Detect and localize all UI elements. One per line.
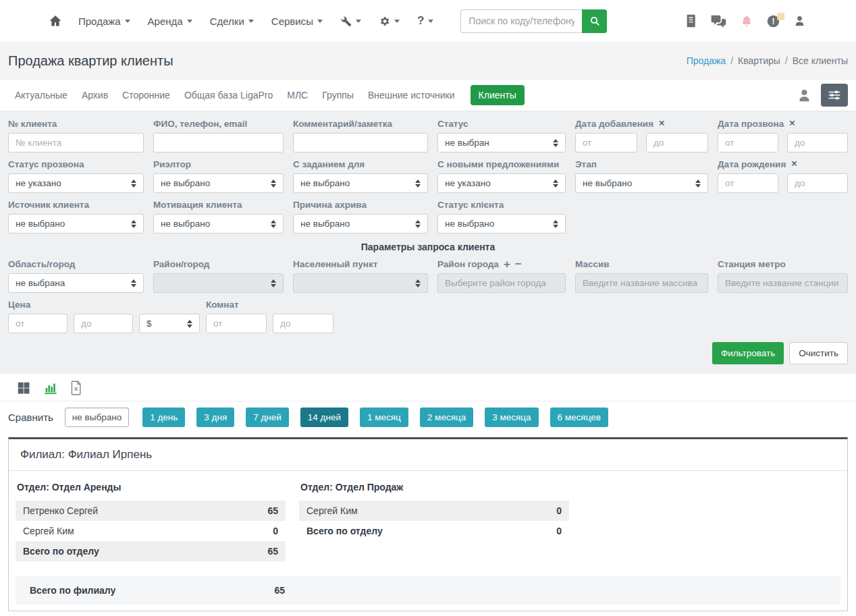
status-select[interactable]: не выбран bbox=[437, 133, 566, 152]
select-arrows-icon bbox=[271, 179, 276, 188]
price-from-input[interactable] bbox=[8, 314, 68, 333]
nav-item-services[interactable]: Сервисы bbox=[271, 16, 323, 27]
date-added-from-input[interactable] bbox=[575, 133, 637, 152]
birth-date-from-input[interactable] bbox=[718, 173, 778, 193]
tab-ligapro-base[interactable]: Общая база LigaPro bbox=[184, 90, 273, 101]
field-currency: $ bbox=[139, 314, 200, 333]
clear-date-call-icon[interactable]: ✕ bbox=[788, 119, 795, 128]
field-label: С новыми предложениями bbox=[437, 159, 566, 170]
excel-file-icon: x bbox=[70, 381, 82, 395]
client-status-select[interactable]: не выбрано bbox=[437, 214, 566, 233]
tab-external-sources[interactable]: Внешние источники bbox=[368, 90, 455, 101]
field-label: Риэлтор bbox=[153, 159, 284, 170]
select-value: не выбрана bbox=[16, 278, 65, 288]
tab-mls[interactable]: МЛС bbox=[287, 90, 308, 101]
period-1month-button[interactable]: 1 месяц bbox=[360, 408, 408, 427]
call-status-select[interactable]: не указано bbox=[8, 173, 144, 193]
rooms-from-input[interactable] bbox=[206, 314, 267, 333]
period-3days-button[interactable]: 3 дня bbox=[196, 408, 234, 427]
nav-item-rent[interactable]: Аренда bbox=[148, 16, 192, 27]
bell-icon[interactable] bbox=[740, 14, 753, 28]
search-button[interactable] bbox=[582, 9, 607, 33]
nav-item-sales[interactable]: Продажа bbox=[78, 16, 130, 27]
clear-birth-date-icon[interactable]: ✕ bbox=[791, 160, 797, 169]
caret-down-icon bbox=[248, 20, 254, 23]
date-call-from-input[interactable] bbox=[718, 133, 778, 152]
period-1day-button[interactable]: 1 день bbox=[142, 408, 185, 427]
branch-panel-title: Филиал: Филиал Ирпень bbox=[9, 439, 847, 471]
branch-panel: Филиал: Филиал Ирпень Отдел: Отдел Аренд… bbox=[8, 437, 848, 611]
field-metro: Станция метро bbox=[718, 258, 848, 293]
journal-icon[interactable] bbox=[685, 14, 697, 28]
realtor-select[interactable]: не выбрано bbox=[153, 173, 284, 193]
agent-count: 0 bbox=[556, 505, 562, 516]
nav-settings-menu[interactable] bbox=[379, 16, 400, 27]
remove-district-icon[interactable]: − bbox=[515, 258, 522, 270]
nav-item-deals[interactable]: Сделки bbox=[210, 16, 254, 27]
task-for-select[interactable]: не выбрано bbox=[293, 173, 428, 193]
rooms-to-input[interactable] bbox=[273, 314, 333, 333]
new-offers-select[interactable]: не указано bbox=[437, 173, 566, 193]
filter-sliders-button[interactable] bbox=[821, 84, 848, 107]
period-2months-button[interactable]: 2 месяца bbox=[420, 408, 473, 427]
field-label: № клиента bbox=[8, 118, 144, 130]
period-6months-button[interactable]: 6 месяцев bbox=[550, 408, 608, 427]
add-district-icon[interactable]: + bbox=[504, 258, 510, 270]
tabbar-right-controls bbox=[797, 84, 848, 107]
agent-name: Сергей Ким bbox=[23, 526, 74, 536]
select-arrows-icon bbox=[553, 139, 558, 147]
tab-groups[interactable]: Группы bbox=[322, 90, 354, 101]
field-label: Статус клієнта bbox=[437, 199, 566, 211]
search-input[interactable] bbox=[460, 9, 582, 33]
agent-count: 65 bbox=[267, 505, 278, 516]
page-title: Продажа квартир клиенты bbox=[8, 53, 173, 69]
nav-tools-menu[interactable] bbox=[340, 16, 361, 27]
archive-reason-select[interactable]: не выбрано bbox=[293, 214, 428, 233]
caret-down-icon bbox=[428, 20, 433, 23]
fio-input[interactable] bbox=[153, 133, 284, 152]
user-icon[interactable] bbox=[793, 14, 806, 28]
top-navbar: Продажа Аренда Сделки Сервисы ? bbox=[0, 0, 856, 42]
birth-date-to-input[interactable] bbox=[787, 173, 848, 193]
tab-archive[interactable]: Архив bbox=[82, 90, 108, 101]
chat-icon[interactable] bbox=[710, 14, 727, 28]
region-select[interactable]: не выбрана bbox=[8, 273, 144, 293]
chart-view-button[interactable] bbox=[43, 381, 59, 395]
source-select[interactable]: не выбрано bbox=[8, 214, 144, 233]
total-label: Всего по отделу bbox=[23, 546, 99, 557]
nav-help-menu[interactable]: ? bbox=[417, 14, 433, 28]
compare-none-button[interactable]: не выбрано bbox=[65, 408, 129, 427]
clear-date-added-icon[interactable]: ✕ bbox=[658, 119, 665, 128]
person-icon[interactable] bbox=[797, 88, 812, 103]
excel-export-button[interactable]: x bbox=[70, 381, 82, 395]
period-7days-button[interactable]: 7 дней bbox=[246, 408, 289, 427]
clear-button[interactable]: Очистить bbox=[789, 342, 848, 364]
tab-clients-active[interactable]: Клиенты bbox=[471, 85, 525, 105]
stage-select[interactable]: не выбрано bbox=[575, 173, 708, 193]
filter-button[interactable]: Фильтровать bbox=[712, 342, 784, 364]
field-label: Область/город bbox=[8, 258, 144, 270]
date-added-to-input[interactable] bbox=[646, 133, 708, 152]
tab-third-party[interactable]: Сторонние bbox=[122, 90, 170, 101]
home-icon[interactable] bbox=[49, 14, 62, 28]
breadcrumb-item: Квартиры bbox=[738, 55, 780, 66]
date-call-to-input[interactable] bbox=[787, 133, 848, 152]
client-no-input[interactable] bbox=[8, 133, 144, 152]
select-value: не выбрано bbox=[445, 219, 494, 229]
select-value: не выбрано bbox=[300, 219, 350, 229]
alert-badge bbox=[777, 13, 784, 20]
select-arrows-icon bbox=[271, 279, 276, 287]
grid-view-button[interactable] bbox=[16, 381, 31, 395]
currency-select[interactable]: $ bbox=[139, 314, 200, 333]
breadcrumb-link-sales[interactable]: Продажа bbox=[687, 55, 726, 66]
alerts-icon[interactable]: ! bbox=[766, 14, 780, 28]
period-3months-button[interactable]: 3 месяца bbox=[485, 408, 538, 427]
field-label: Комментарий/заметка bbox=[293, 118, 428, 130]
comment-input[interactable] bbox=[293, 133, 428, 152]
motivation-select[interactable]: не выбрано bbox=[153, 214, 284, 233]
tab-actual[interactable]: Актуальные bbox=[15, 90, 68, 101]
field-label: Дата рождения ✕ bbox=[718, 159, 848, 170]
period-14days-button[interactable]: 14 дней bbox=[300, 408, 348, 427]
price-to-input[interactable] bbox=[74, 314, 133, 333]
gear-icon bbox=[379, 16, 390, 27]
